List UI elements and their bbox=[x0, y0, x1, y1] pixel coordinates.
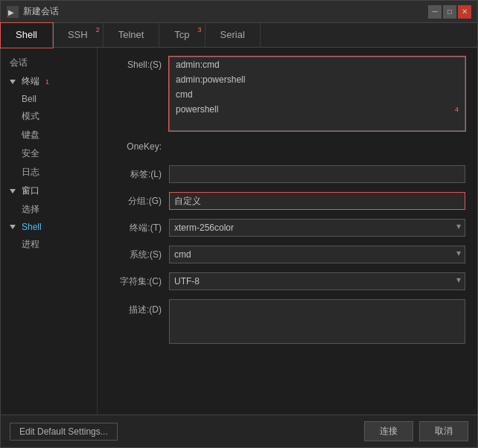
sidebar-window-label: 窗口 bbox=[22, 185, 39, 197]
sidebar-keyboard-label: 键盘 bbox=[22, 129, 39, 141]
terminal-expand-icon bbox=[10, 80, 16, 84]
window-expand-icon bbox=[10, 189, 16, 193]
charset-select[interactable]: UTF-8 bbox=[169, 272, 465, 290]
tab-serial[interactable]: Serial bbox=[205, 23, 261, 47]
tab-serial-label: Serial bbox=[220, 29, 245, 40]
sidebar-item-keyboard[interactable]: 键盘 bbox=[1, 126, 97, 144]
sidebar-log-label: 日志 bbox=[22, 166, 39, 179]
window-controls: ─ □ ✕ bbox=[428, 5, 471, 19]
desc-label: 描述:(D) bbox=[109, 299, 169, 316]
group-input[interactable] bbox=[169, 192, 465, 210]
shell-expand-icon bbox=[10, 225, 16, 229]
sidebar-session-label: 会话 bbox=[10, 57, 28, 69]
bottom-bar: Edit Default Settings... 连接 取消 bbox=[1, 415, 477, 447]
terminal-select[interactable]: xterm-256color bbox=[169, 219, 465, 237]
sidebar-item-bell[interactable]: Bell bbox=[1, 91, 97, 107]
tab-ssh-number: 2 bbox=[96, 26, 100, 33]
terminal-form-row: 终端:(T) xterm-256color bbox=[109, 219, 465, 238]
tag-control bbox=[169, 165, 465, 183]
sidebar-item-process[interactable]: 进程 bbox=[1, 235, 97, 254]
sidebar-item-terminal[interactable]: 终端 1 bbox=[1, 72, 97, 91]
main-window: ▶ 新建会话 ─ □ ✕ Shell SSH 2 Telnet Tcp 3 Se… bbox=[0, 0, 478, 448]
system-control: cmd bbox=[169, 246, 465, 263]
desc-textarea[interactable] bbox=[169, 299, 465, 344]
charset-form-row: 字符集:(C) UTF-8 bbox=[109, 272, 465, 292]
annotation-4: 4 bbox=[455, 106, 459, 113]
charset-control: UTF-8 bbox=[169, 272, 465, 290]
sidebar-security-label: 安全 bbox=[22, 147, 39, 160]
sidebar-terminal-label: 终端 bbox=[22, 75, 39, 88]
group-label: 分组:(G) bbox=[109, 192, 169, 208]
tab-bar: Shell SSH 2 Telnet Tcp 3 Serial bbox=[1, 23, 477, 48]
bottom-right-buttons: 连接 取消 bbox=[364, 421, 468, 441]
sidebar-item-mode[interactable]: 模式 bbox=[1, 107, 97, 126]
edit-defaults-button[interactable]: Edit Default Settings... bbox=[10, 423, 118, 441]
terminal-control: xterm-256color bbox=[169, 219, 465, 237]
connect-button[interactable]: 连接 bbox=[364, 421, 413, 441]
sidebar-item-security[interactable]: 安全 bbox=[1, 144, 97, 163]
minimize-button[interactable]: ─ bbox=[428, 5, 442, 19]
terminal-label: 终端:(T) bbox=[109, 219, 169, 234]
sidebar-select-label: 选择 bbox=[22, 203, 39, 216]
group-control bbox=[169, 192, 465, 210]
onekey-form-row: OneKey: bbox=[109, 138, 465, 158]
session-list-item[interactable]: admin:cmd bbox=[170, 57, 465, 72]
sidebar-terminal-number: 1 bbox=[45, 78, 49, 86]
sidebar-item-window[interactable]: 窗口 bbox=[1, 182, 97, 200]
tag-label: 标签:(L) bbox=[109, 165, 169, 181]
sidebar-item-session[interactable]: 会话 bbox=[1, 54, 97, 72]
tab-ssh-label: SSH bbox=[68, 29, 88, 40]
charset-label: 字符集:(C) bbox=[109, 272, 169, 288]
sidebar-item-select[interactable]: 选择 bbox=[1, 200, 97, 219]
session-list-item[interactable]: admin:powershell bbox=[170, 72, 465, 87]
sidebar-process-label: 进程 bbox=[22, 238, 39, 251]
svg-text:▶: ▶ bbox=[8, 8, 14, 16]
tab-ssh[interactable]: SSH 2 bbox=[53, 23, 103, 47]
sidebar-bell-label: Bell bbox=[22, 94, 36, 104]
onekey-label: OneKey: bbox=[109, 138, 169, 152]
shell-form-row: Shell:(S) admin:cmd admin:powershell cmd bbox=[109, 57, 465, 131]
main-content: 会话 终端 1 Bell 模式 键盘 安全 日志 bbox=[1, 48, 477, 415]
system-form-row: 系统:(S) cmd bbox=[109, 246, 465, 265]
tab-tcp-number: 3 bbox=[198, 26, 202, 33]
system-select[interactable]: cmd bbox=[169, 246, 465, 263]
window-title: 新建会话 bbox=[23, 5, 59, 18]
tab-telnet[interactable]: Telnet bbox=[103, 23, 160, 47]
desc-control bbox=[169, 299, 465, 346]
title-bar: ▶ 新建会话 ─ □ ✕ bbox=[1, 1, 477, 23]
form-area: Shell:(S) admin:cmd admin:powershell cmd bbox=[98, 48, 477, 415]
session-list-item-powershell[interactable]: powershell 4 bbox=[170, 102, 465, 117]
maximize-button[interactable]: □ bbox=[443, 5, 456, 19]
tag-form-row: 标签:(L) bbox=[109, 165, 465, 185]
sidebar-shell-label: Shell bbox=[22, 222, 42, 232]
tab-tcp-label: Tcp bbox=[174, 29, 189, 40]
shell-label: Shell:(S) bbox=[109, 57, 169, 70]
system-label: 系统:(S) bbox=[109, 246, 169, 261]
sidebar: 会话 终端 1 Bell 模式 键盘 安全 日志 bbox=[1, 48, 98, 415]
desc-form-row: 描述:(D) bbox=[109, 299, 465, 346]
tab-telnet-label: Telnet bbox=[118, 29, 144, 40]
session-list-item[interactable]: cmd bbox=[170, 87, 465, 102]
tab-shell[interactable]: Shell bbox=[1, 23, 53, 48]
group-form-row: 分组:(G) bbox=[109, 192, 465, 211]
tab-shell-label: Shell bbox=[16, 29, 37, 40]
sidebar-item-log[interactable]: 日志 bbox=[1, 163, 97, 182]
tab-tcp[interactable]: Tcp 3 bbox=[159, 23, 205, 47]
title-bar-left: ▶ 新建会话 bbox=[7, 5, 59, 18]
cancel-button[interactable]: 取消 bbox=[419, 421, 468, 441]
session-list: admin:cmd admin:powershell cmd powershel… bbox=[169, 57, 465, 131]
app-icon: ▶ bbox=[7, 6, 19, 18]
sidebar-item-shell[interactable]: Shell bbox=[1, 219, 97, 235]
sidebar-mode-label: 模式 bbox=[22, 110, 39, 123]
tag-input[interactable] bbox=[169, 165, 465, 183]
shell-session-list-container: admin:cmd admin:powershell cmd powershel… bbox=[169, 57, 465, 131]
close-button[interactable]: ✕ bbox=[458, 5, 471, 19]
